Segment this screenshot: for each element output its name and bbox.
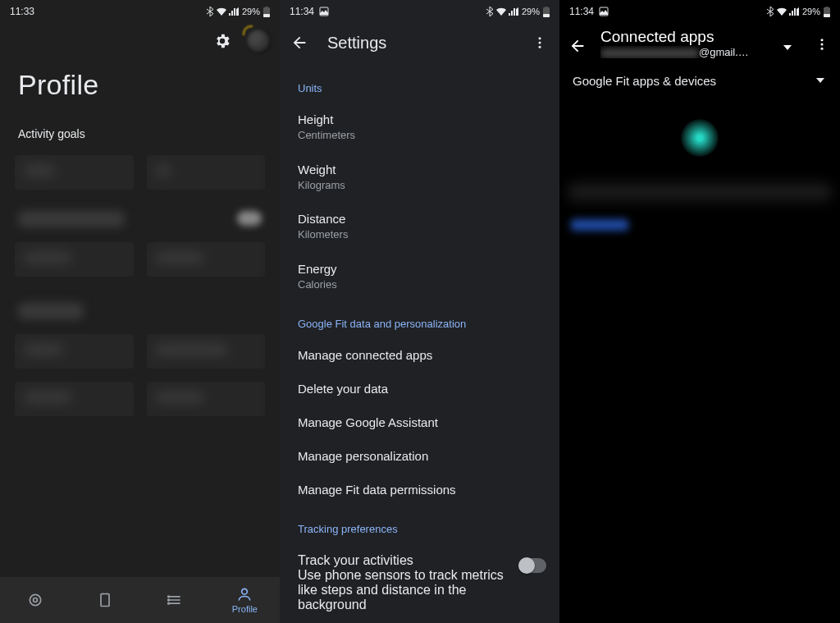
profile-screen: 11:33 29% Profile Activity goals [0, 0, 280, 623]
clock: 11:34 [290, 6, 314, 17]
svg-point-4 [33, 598, 37, 602]
setting-manage-permissions[interactable]: Manage Fit data permissions [280, 473, 559, 506]
nav-journal[interactable] [70, 577, 139, 623]
svg-point-23 [821, 48, 824, 50]
setting-height[interactable]: Height Centimeters [280, 103, 559, 153]
status-bar: 11:34 29% [280, 0, 559, 23]
setting-manage-assistant[interactable]: Manage Google Assistant [280, 405, 559, 439]
app-link[interactable] [571, 219, 628, 231]
nav-home[interactable] [0, 577, 70, 623]
status-bar: 11:33 29% [0, 0, 280, 23]
battery-icon [824, 7, 830, 17]
status-bar: 11:34 29% [559, 0, 840, 23]
svg-point-15 [539, 42, 541, 44]
battery-icon [543, 7, 550, 17]
setting-track-activities[interactable]: Track your activities Use phone sensors … [280, 543, 559, 622]
svg-rect-5 [101, 594, 109, 607]
setting-manage-connected-apps[interactable]: Manage connected apps [280, 338, 559, 372]
wifi-icon [216, 7, 227, 16]
signal-icon [229, 7, 239, 16]
group-units: Units [280, 66, 559, 103]
page-title: Connected apps [600, 28, 765, 46]
battery-icon [263, 7, 270, 17]
signal-icon [789, 7, 799, 16]
wifi-icon [495, 7, 507, 16]
setting-distance[interactable]: Distance Kilometers [280, 202, 559, 252]
battery-text: 29% [242, 7, 260, 16]
battery-text: 29% [522, 7, 540, 16]
setting-weight[interactable]: Weight Kilograms [280, 153, 559, 203]
connected-apps-screen: 11:34 29% Connected apps @gmail.… Google… [559, 0, 840, 623]
settings-screen: 11:34 29% Settings Units Height Centimet… [280, 0, 559, 623]
overflow-menu-icon[interactable] [528, 31, 551, 54]
svg-point-6 [168, 596, 170, 598]
account-dropdown-icon[interactable] [776, 36, 799, 59]
svg-rect-13 [546, 7, 548, 8]
bluetooth-icon [486, 7, 494, 16]
back-arrow-icon[interactable] [566, 34, 589, 57]
profile-avatar[interactable] [245, 28, 272, 54]
wifi-icon [776, 7, 788, 16]
svg-point-7 [168, 599, 170, 601]
svg-point-22 [821, 44, 824, 46]
settings-gear-icon[interactable] [211, 30, 234, 53]
svg-point-8 [168, 602, 170, 604]
setting-delete-data[interactable]: Delete your data [280, 372, 559, 405]
signal-icon [509, 7, 518, 16]
track-activities-toggle[interactable] [518, 558, 546, 573]
nav-profile-label: Profile [232, 604, 258, 614]
section-activity-goals: Activity goals [0, 109, 280, 149]
group-data-personalization: Google Fit data and personalization [280, 301, 559, 338]
group-tracking: Tracking preferences [280, 506, 559, 543]
svg-rect-1 [263, 14, 270, 17]
bluetooth-icon [766, 7, 774, 16]
setting-energy[interactable]: Energy Calories [280, 252, 559, 302]
svg-rect-2 [266, 7, 268, 8]
bottom-nav: Profile [0, 577, 280, 623]
clock: 11:33 [10, 6, 34, 17]
setting-manage-personalization[interactable]: Manage personalization [280, 439, 559, 473]
chevron-down-icon [815, 74, 825, 88]
screenshot-notif-icon [599, 7, 609, 16]
app-icon [681, 119, 719, 157]
page-title: Profile [0, 54, 280, 109]
back-arrow-icon[interactable] [288, 31, 311, 54]
battery-text: 29% [802, 7, 820, 16]
page-title: Settings [327, 34, 386, 53]
bluetooth-icon [206, 7, 214, 16]
clock: 11:34 [569, 6, 594, 17]
svg-point-3 [30, 594, 40, 605]
svg-rect-20 [826, 7, 829, 8]
svg-rect-19 [824, 14, 830, 17]
account-email: @gmail.… [600, 46, 765, 58]
svg-point-16 [539, 46, 541, 48]
connected-app-card [559, 109, 840, 273]
svg-point-14 [539, 37, 541, 39]
svg-point-9 [242, 589, 248, 594]
screenshot-notif-icon [319, 7, 329, 16]
overflow-menu-icon[interactable] [810, 33, 833, 56]
svg-point-21 [821, 39, 824, 41]
nav-browse[interactable] [140, 577, 210, 623]
nav-profile[interactable]: Profile [210, 577, 280, 623]
svg-rect-12 [543, 14, 550, 17]
apps-filter-dropdown[interactable]: Google Fit apps & devices [559, 59, 840, 93]
